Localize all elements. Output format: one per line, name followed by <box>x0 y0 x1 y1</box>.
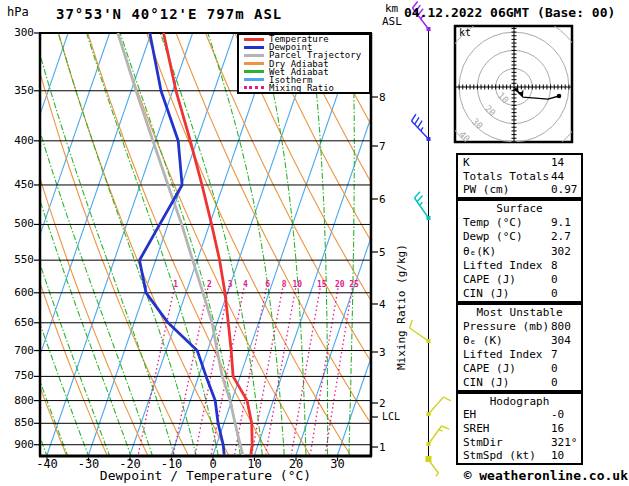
legend-item: Mixing Ratio <box>239 84 369 92</box>
panel-row: Lifted Index8 <box>458 259 581 272</box>
hodograph-trace-end-dot <box>557 94 562 99</box>
wind-barb-feather <box>444 397 451 401</box>
panel-row-value: 8 <box>551 259 558 272</box>
wind-barb-feather <box>410 320 413 328</box>
wind-barb-feather <box>412 114 416 121</box>
wind-barb-staff <box>410 328 429 341</box>
panel-row-label: Lifted Index <box>463 259 542 272</box>
legend-swatch <box>244 86 264 89</box>
temp-tick-label: -40 <box>29 458 65 470</box>
panel-row: StmSpd (kt)10 <box>458 449 581 462</box>
km-tick-label: 2 <box>379 398 386 409</box>
wind-barb-half-feather <box>439 430 443 432</box>
panel-row-label: SREH <box>463 422 490 435</box>
kt-label: kt <box>459 28 471 38</box>
panel-row-value: 304 <box>551 334 571 347</box>
pressure-tick-label: 300 <box>6 27 34 38</box>
station-title: 37°53'N 40°12'E 797m ASL <box>56 7 282 21</box>
panel-row-label: K <box>463 156 470 169</box>
panel-title: Hodograph <box>458 395 581 408</box>
panel-row-label: θₑ(K) <box>463 245 496 258</box>
panel-row-value: 0 <box>551 376 558 389</box>
pressure-unit-label: hPa <box>7 6 29 18</box>
wind-barb <box>410 320 431 343</box>
panel-row-value: 10 <box>551 449 564 462</box>
wind-barb <box>412 114 431 141</box>
panel-row: Totals Totals44 <box>458 170 581 183</box>
panel-row-label: PW (cm) <box>463 183 509 196</box>
legend-label: Mixing Ratio <box>269 84 334 92</box>
mixing-ratio-label: 25 <box>346 281 362 289</box>
panel-row-label: StmDir <box>463 436 503 449</box>
panel-row-value: 0 <box>551 273 558 286</box>
temp-tick-label: -20 <box>112 458 148 470</box>
wet-adiabat-line <box>260 33 317 477</box>
wind-barb-station-dot <box>427 137 431 141</box>
panel-row: θₑ(K)302 <box>458 245 581 258</box>
wind-barb-half-feather <box>421 127 423 130</box>
stats-panel: K14Totals Totals44PW (cm)0.97 <box>456 153 583 199</box>
panel-row-value: 321° <box>551 436 578 449</box>
panel-row-label: θₑ (K) <box>463 334 503 347</box>
isotherm-line <box>172 33 318 455</box>
km-tick-label: 6 <box>379 194 386 205</box>
pressure-tick-label: 750 <box>6 370 34 381</box>
km-tick-label: 4 <box>379 299 386 310</box>
wind-barb <box>427 397 451 416</box>
legend-box: TemperatureDewpointParcel TrajectoryDry … <box>237 33 371 94</box>
mixing-ratio-line <box>310 288 338 454</box>
panel-row: θₑ (K)304 <box>458 334 581 347</box>
pressure-tick-label: 800 <box>6 395 34 406</box>
mixing-ratio-label: 2 <box>201 281 217 289</box>
panel-row-label: Dewp (°C) <box>463 230 523 243</box>
temp-tick-label: -10 <box>154 458 190 470</box>
temp-tick-label: 20 <box>278 458 314 470</box>
temperature-curve <box>164 33 253 455</box>
wind-barb-station-dot <box>427 216 431 220</box>
panel-row-label: Totals Totals <box>463 170 549 183</box>
wind-barb-feather <box>417 195 422 201</box>
panel-row: EH-0 <box>458 408 581 421</box>
panel-row-value: 0.97 <box>551 183 578 196</box>
temp-tick-label: -30 <box>71 458 107 470</box>
temp-tick-label: 30 <box>320 458 356 470</box>
wind-barb <box>427 426 450 446</box>
km-tick-label: 5 <box>379 247 386 258</box>
mixing-ratio-label: 10 <box>289 281 305 289</box>
panel-row-label: StmSpd (kt) <box>463 449 536 462</box>
panel-title: Most Unstable <box>458 306 581 319</box>
wind-barb-column <box>410 2 451 477</box>
wind-barb-staff <box>429 397 444 414</box>
wind-barb-half-feather <box>420 202 423 205</box>
panel-row: Temp (°C)9.1 <box>458 216 581 229</box>
mixing-ratio-label: 6 <box>260 281 276 289</box>
wind-barb-half-feather <box>436 473 439 476</box>
mixing-ratio-label: 15 <box>314 281 330 289</box>
legend-swatch <box>244 78 264 81</box>
mixing-ratio-axis-caption: Mixing Ratio (g/kg) <box>396 225 407 370</box>
wind-barb-station-dot <box>427 442 431 446</box>
panel-row-value: 302 <box>551 245 571 258</box>
panel-row-value: 9.1 <box>551 216 571 229</box>
km-tick-label: 3 <box>379 347 386 358</box>
isotherm-line <box>0 33 68 455</box>
skewt-sounding-page: 10203040 hPa 37°53'N 40°12'E 797m ASL km… <box>0 0 629 486</box>
parcel-trajectory-curve <box>118 33 243 455</box>
panel-row: CIN (J)0 <box>458 287 581 300</box>
panel-row-value: 16 <box>551 422 564 435</box>
panel-row: CAPE (J)0 <box>458 362 581 375</box>
panel-row: Pressure (mb)800 <box>458 320 581 333</box>
wet-adiabat-line <box>0 33 6 477</box>
legend-swatch <box>244 70 264 73</box>
wind-barb-staff <box>429 426 442 444</box>
panel-row: SREH16 <box>458 422 581 435</box>
pressure-tick-label: 600 <box>6 287 34 298</box>
legend-swatch <box>244 54 264 57</box>
stats-panel: HodographEH-0SREH16StmDir321°StmSpd (kt)… <box>456 392 583 465</box>
copyright-footer: © weatheronline.co.uk <box>446 469 628 482</box>
panel-row: PW (cm)0.97 <box>458 183 581 196</box>
panel-row-value: 2.7 <box>551 230 571 243</box>
panel-title: Surface <box>458 202 581 215</box>
legend-swatch <box>244 62 264 65</box>
wind-barb-feather <box>442 426 450 429</box>
